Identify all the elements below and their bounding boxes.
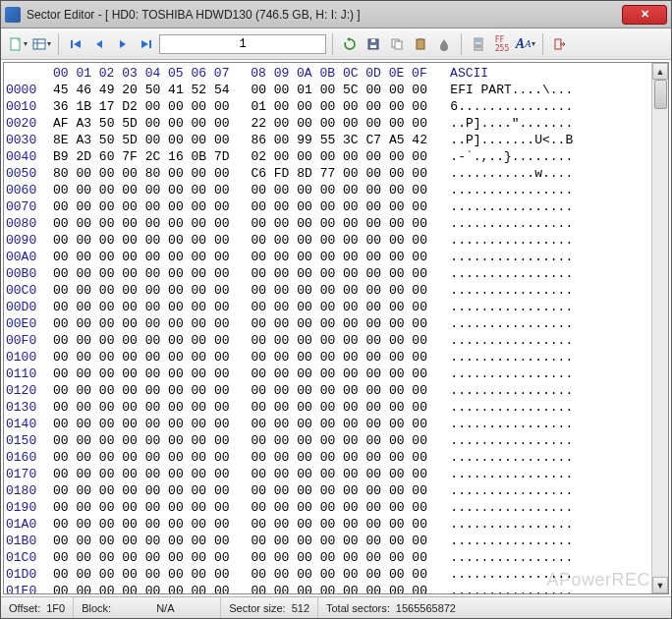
hex-byte[interactable]: 00 [251,182,266,198]
hex-byte[interactable]: 00 [251,466,266,482]
hex-byte[interactable]: 00 [192,432,207,449]
hex-byte[interactable]: 00 [99,299,115,315]
hex-byte[interactable]: 00 [320,215,336,232]
hex-byte[interactable]: 00 [365,499,381,516]
hex-byte[interactable]: 00 [365,466,381,482]
ascii-cell[interactable]: ................ [450,182,573,198]
hex-byte[interactable]: 00 [99,332,115,349]
ascii-cell[interactable]: ................ [450,533,573,549]
hex-row[interactable]: 00D0 00 00 00 00 00 00 00 00 00 00 00 00… [6,299,651,315]
hex-byte[interactable]: 00 [99,165,115,182]
hex-byte[interactable]: 00 [76,265,91,282]
hex-byte[interactable]: 00 [214,249,230,265]
calculator-button[interactable] [468,33,489,55]
hex-byte[interactable]: 00 [389,349,405,366]
hex-byte[interactable]: 49 [99,82,115,98]
hex-byte[interactable]: 00 [99,232,115,249]
hex-byte[interactable]: 00 [168,566,184,583]
hex-byte[interactable]: 00 [76,215,91,232]
hex-byte[interactable]: 00 [343,165,359,182]
hex-byte[interactable]: 00 [192,533,207,549]
titlebar[interactable]: Sector Editor - [ HD0: TOSHIBA HDWD130 (… [1,1,671,28]
hex-byte[interactable]: 00 [412,265,427,282]
hex-byte[interactable]: 00 [145,232,161,249]
hex-byte[interactable]: 00 [297,182,312,198]
hex-byte[interactable]: 00 [145,215,161,232]
hex-byte[interactable]: 00 [251,366,266,382]
hex-byte[interactable]: 00 [297,449,312,466]
hex-byte[interactable]: 00 [192,215,207,232]
hex-byte[interactable]: 00 [365,182,381,198]
hex-byte[interactable]: 00 [320,349,336,366]
hex-byte[interactable]: 00 [297,215,312,232]
hex-byte[interactable]: 50 [99,132,115,148]
hex-byte[interactable]: 20 [122,82,138,98]
hex-byte[interactable]: 00 [343,98,359,115]
hex-byte[interactable]: 00 [320,232,336,249]
ascii-cell[interactable]: ................ [450,516,573,533]
hex-byte[interactable]: 00 [214,533,230,549]
hex-byte[interactable]: 00 [365,315,381,332]
hex-byte[interactable]: 00 [168,349,184,366]
hex-byte[interactable]: 00 [76,549,91,566]
hex-byte[interactable]: 00 [412,349,427,366]
hex-byte[interactable]: 00 [343,382,359,399]
hex-byte[interactable]: 00 [274,482,290,499]
char-table-button[interactable]: FF255 [491,33,513,55]
hex-byte[interactable]: 50 [145,82,161,98]
hex-byte[interactable]: 00 [274,115,290,132]
scroll-thumb[interactable] [654,80,667,109]
hex-byte[interactable]: 00 [274,566,290,583]
hex-byte[interactable]: 00 [297,482,312,499]
hex-byte[interactable]: 00 [76,399,91,416]
hex-row[interactable]: 01C0 00 00 00 00 00 00 00 00 00 00 00 00… [6,549,651,566]
hex-byte[interactable]: 00 [122,232,138,249]
hex-byte[interactable]: 00 [99,198,115,215]
hex-byte[interactable]: 00 [412,466,427,482]
hex-byte[interactable]: 00 [192,399,207,416]
hex-byte[interactable]: 00 [192,466,207,482]
hex-byte[interactable]: 00 [53,215,69,232]
new-button[interactable]: ▾ [7,33,28,55]
hex-row[interactable]: 0030 8E A3 50 5D 00 00 00 00 86 00 99 55… [6,132,651,148]
hex-byte[interactable]: 00 [76,583,91,593]
hex-byte[interactable]: 00 [274,449,290,466]
hex-byte[interactable]: 00 [389,566,405,583]
hex-byte[interactable]: 00 [412,432,427,449]
hex-byte[interactable]: 00 [168,549,184,566]
hex-byte[interactable]: 00 [145,516,161,533]
hex-byte[interactable]: 00 [214,215,230,232]
hex-byte[interactable]: 00 [192,516,207,533]
hex-byte[interactable]: 00 [145,382,161,399]
hex-byte[interactable]: 00 [145,282,161,299]
hex-byte[interactable]: 42 [412,132,427,148]
hex-byte[interactable]: 00 [412,482,427,499]
hex-byte[interactable]: 00 [168,399,184,416]
hex-byte[interactable]: 00 [412,232,427,249]
hex-byte[interactable]: 00 [274,198,290,215]
hex-byte[interactable]: 00 [389,282,405,299]
hex-row[interactable]: 0080 00 00 00 00 00 00 00 00 00 00 00 00… [6,215,651,232]
hex-byte[interactable]: 00 [145,549,161,566]
hex-byte[interactable]: 00 [99,349,115,366]
hex-byte[interactable]: 52 [192,82,207,98]
hex-byte[interactable]: 00 [365,549,381,566]
hex-byte[interactable]: 00 [343,215,359,232]
hex-byte[interactable]: 00 [343,198,359,215]
hex-byte[interactable]: 00 [389,82,405,98]
hex-byte[interactable]: 00 [274,499,290,516]
hex-byte[interactable]: 00 [168,98,184,115]
hex-byte[interactable]: 00 [297,315,312,332]
hex-byte[interactable]: 00 [53,416,69,432]
hex-byte[interactable]: 00 [274,549,290,566]
hex-byte[interactable]: 00 [122,382,138,399]
hex-byte[interactable]: 00 [274,148,290,165]
hex-byte[interactable]: 00 [297,499,312,516]
hex-byte[interactable]: 00 [320,416,336,432]
hex-byte[interactable]: 00 [274,98,290,115]
hex-byte[interactable]: 00 [53,549,69,566]
hex-byte[interactable]: 00 [214,198,230,215]
hex-byte[interactable]: 00 [192,549,207,566]
hex-byte[interactable]: 00 [343,366,359,382]
hex-byte[interactable]: 00 [412,516,427,533]
